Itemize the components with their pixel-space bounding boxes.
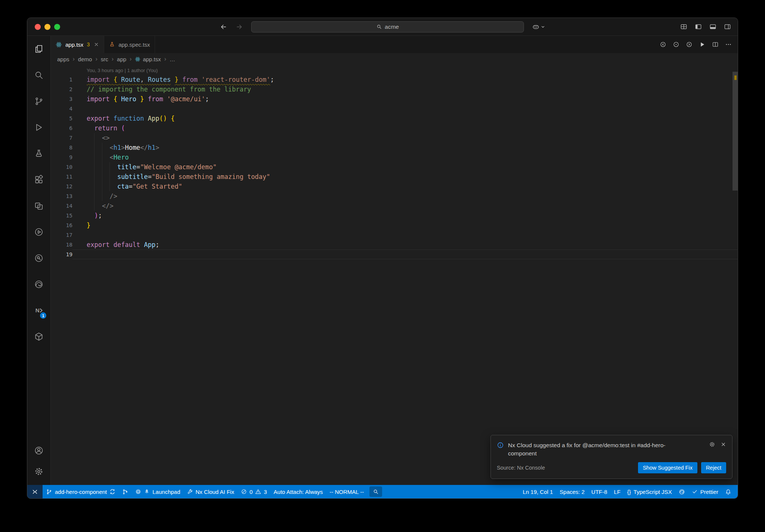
formatter-item[interactable]: Prettier [688,485,722,498]
sidebar-item-testing[interactable] [27,140,50,167]
sidebar-item-inspect[interactable] [27,245,50,271]
minimize-window-button[interactable] [44,24,50,30]
browser-preview-item[interactable] [675,485,688,498]
sidebar-item-explorer[interactable] [27,36,50,62]
show-suggested-fix-button[interactable]: Show Suggested Fix [638,462,697,473]
nav-forward-circle-icon[interactable] [686,41,693,48]
git-branch-item[interactable]: add-hero-component [43,485,119,498]
line-number[interactable]: 14 [51,201,72,211]
sidebar-item-search[interactable] [27,62,50,88]
nav-dot-circle-icon[interactable] [673,41,679,48]
notification-close-icon[interactable] [721,442,726,447]
sidebar-item-run-debug[interactable] [27,114,50,140]
settings-button[interactable] [27,461,50,482]
code-line-3[interactable]: 3import { Hero } from '@acme/ui'; [51,94,738,104]
line-number[interactable]: 7 [51,133,72,143]
remote-indicator[interactable] [27,485,43,498]
toggle-sidebar-right-icon[interactable] [724,23,731,30]
scrollbar-thumb[interactable] [733,72,738,191]
code-line-17[interactable]: 17 [51,230,738,240]
line-number[interactable]: 17 [51,230,72,240]
code-line-14[interactable]: 14 </> [51,201,738,211]
code-line-19[interactable]: 19 [51,250,738,259]
line-number[interactable]: 4 [51,104,72,114]
code-line-1[interactable]: 1import { Route, Routes } from 'react-ro… [51,75,738,84]
nx-cloud-ai-fix-item[interactable]: Nx Cloud AI Fix [184,485,238,498]
run-file-icon[interactable] [699,41,706,48]
split-editor-icon[interactable] [712,41,719,48]
line-number[interactable]: 15 [51,211,72,220]
sidebar-item-remote-explorer[interactable] [27,193,50,219]
sidebar-item-extensions[interactable] [27,167,50,193]
sidebar-item-edge-browser[interactable] [27,271,50,297]
history-back-icon[interactable] [220,23,227,31]
toggle-panel-icon[interactable] [709,23,716,30]
commit-graph-item[interactable] [119,485,132,498]
line-number[interactable]: 13 [51,191,72,201]
sidebar-item-package-explorer[interactable] [27,324,50,350]
code-line-12[interactable]: 12 cta="Get Started" [51,182,738,191]
language-mode-item[interactable]: {} TypeScript JSX [624,485,675,498]
line-number[interactable]: 18 [51,240,72,250]
code-line-5[interactable]: 5export function App() { [51,114,738,123]
nav-back-circle-icon[interactable] [660,41,666,48]
indentation-item[interactable]: Spaces: 2 [556,485,588,498]
search-status-item[interactable] [369,486,382,497]
zoom-window-button[interactable] [54,24,60,30]
cursor-position-item[interactable]: Ln 19, Col 1 [519,485,556,498]
breadcrumb-item[interactable]: src [101,56,108,62]
command-center-search[interactable]: acme [251,21,524,33]
line-number[interactable]: 11 [51,172,72,182]
sidebar-item-nx-console[interactable]: N 1 [27,297,50,324]
code-line-6[interactable]: 6 return ( [51,123,738,133]
code-editor[interactable]: You, 3 hours ago | 1 author (You) 1impor… [51,65,738,485]
tab-app-tsx[interactable]: app.tsx 3 [51,36,104,53]
reject-button[interactable]: Reject [701,462,726,473]
tab-close-icon[interactable] [94,42,99,47]
code-line-7[interactable]: 7 <> [51,133,738,143]
code-line-4[interactable]: 4 [51,104,738,114]
line-number[interactable]: 1 [51,75,72,84]
sidebar-item-source-control[interactable] [27,88,50,114]
copilot-menu[interactable] [532,23,545,31]
eol-item[interactable]: LF [611,485,624,498]
code-line-2[interactable]: 2// importing the component from the lib… [51,84,738,94]
line-number[interactable]: 10 [51,162,72,172]
breadcrumb-item[interactable]: app [117,56,126,62]
accounts-button[interactable] [27,440,50,461]
code-line-18[interactable]: 18export default App; [51,240,738,250]
tab-app-spec-tsx[interactable]: app.spec.tsx [104,36,155,53]
vim-mode-item[interactable]: -- NORMAL -- [326,485,367,498]
code-line-11[interactable]: 11 subtitle="Build something amazing tod… [51,172,738,182]
sync-icon[interactable] [109,489,115,495]
code-line-8[interactable]: 8 <h1>Home</h1> [51,143,738,152]
notifications-bell-item[interactable] [722,485,735,498]
line-number[interactable]: 8 [51,143,72,152]
sidebar-item-run-target[interactable] [27,219,50,245]
breadcrumb-item[interactable]: apps [57,56,69,62]
breadcrumb-item[interactable]: demo [78,56,92,62]
code-line-9[interactable]: 9 <Hero [51,152,738,162]
breadcrumb-item-file[interactable]: app.tsx [135,56,161,62]
customize-layout-icon[interactable] [680,23,687,30]
problems-item[interactable]: 0 3 [238,485,270,498]
toggle-sidebar-left-icon[interactable] [695,23,702,30]
code-line-13[interactable]: 13 /> [51,191,738,201]
line-number[interactable]: 5 [51,114,72,123]
line-number[interactable]: 19 [51,250,72,259]
notification-settings-gear-icon[interactable] [709,441,715,448]
launchpad-item[interactable]: Launchpad [132,485,183,498]
more-actions-icon[interactable] [725,41,732,48]
code-line-16[interactable]: 16} [51,220,738,230]
code-line-15[interactable]: 15 ); [51,211,738,220]
breadcrumb-item-symbol[interactable]: … [170,56,175,62]
line-number[interactable]: 16 [51,220,72,230]
auto-attach-item[interactable]: Auto Attach: Always [270,485,326,498]
line-number[interactable]: 6 [51,123,72,133]
encoding-item[interactable]: UTF-8 [588,485,611,498]
line-number[interactable]: 9 [51,152,72,162]
line-number[interactable]: 3 [51,94,72,104]
line-number[interactable]: 2 [51,84,72,94]
line-number[interactable]: 12 [51,182,72,191]
code-line-10[interactable]: 10 title="Welcmoe @acme/demo" [51,162,738,172]
